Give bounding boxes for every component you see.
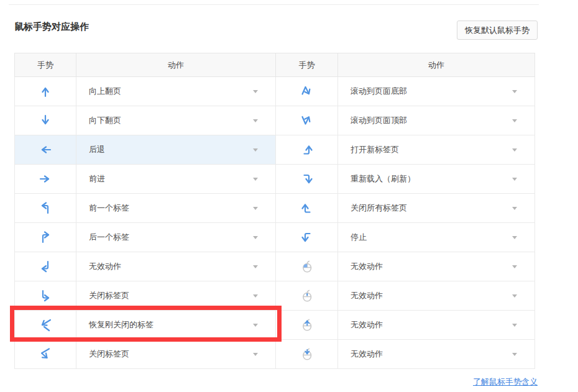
action-select[interactable]: 关闭所有标签页 — [338, 194, 535, 223]
table-row: 向下翻页滚动到页面顶部 — [15, 106, 535, 135]
action-label: 无效动作 — [351, 349, 383, 358]
arrow-up-icon — [38, 84, 53, 99]
dropdown-caret-icon — [253, 294, 258, 298]
action-select[interactable]: 无效动作 — [76, 252, 276, 281]
header-gesture-right: 手势 — [276, 53, 338, 77]
dropdown-caret-icon — [253, 90, 258, 93]
dropdown-caret-icon — [512, 90, 517, 93]
mouse-left-button-icon — [300, 259, 314, 274]
table-row: 前进重新载入（刷新） — [15, 165, 535, 194]
dropdown-caret-icon — [253, 148, 258, 152]
action-select[interactable]: 恢复刚关闭的标签 — [76, 311, 276, 340]
action-select[interactable]: 向上翻页 — [76, 77, 276, 106]
table-row: 关闭标签页无效动作 — [15, 281, 535, 311]
gesture-cell — [15, 77, 76, 106]
table-row: 恢复刚关闭的标签无效动作 — [15, 311, 535, 340]
down-right-icon — [38, 288, 53, 303]
gesture-cell — [276, 281, 338, 311]
top-divider — [9, 4, 539, 5]
right-down-icon — [300, 171, 314, 186]
table-row: 后退打开新标签页 — [15, 135, 535, 165]
up-left-icon — [38, 201, 53, 216]
dropdown-caret-icon — [253, 178, 258, 181]
gesture-cell — [276, 311, 338, 340]
down-left-icon — [38, 259, 53, 274]
action-label: 滚动到页面顶部 — [351, 116, 407, 125]
action-label: 恢复刚关闭的标签 — [89, 320, 154, 329]
dropdown-caret-icon — [512, 119, 517, 122]
gesture-cell — [15, 194, 76, 223]
table-row: 向上翻页滚动到页面底部 — [15, 77, 535, 106]
gesture-cell — [15, 252, 76, 281]
gesture-cell — [15, 165, 76, 194]
page-title: 鼠标手势对应操作 — [14, 21, 89, 33]
action-select[interactable]: 重新载入（刷新） — [338, 165, 535, 194]
dropdown-caret-icon — [512, 236, 517, 239]
dropdown-caret-icon — [512, 324, 517, 327]
dropdown-caret-icon — [512, 353, 517, 356]
action-select[interactable]: 后一个标签 — [76, 223, 276, 252]
action-select[interactable]: 打开新标签页 — [338, 135, 535, 165]
gesture-cell — [276, 77, 338, 106]
gesture-cell — [276, 106, 338, 135]
action-label: 后一个标签 — [89, 232, 129, 242]
action-select[interactable]: 无效动作 — [338, 281, 535, 311]
dropdown-caret-icon — [253, 324, 258, 327]
mouse-scroll-up-icon — [300, 317, 314, 332]
arrow-right-icon — [38, 171, 53, 186]
gesture-help-link[interactable]: 了解鼠标手势含义 — [473, 376, 538, 388]
action-label: 无效动作 — [351, 320, 383, 329]
table-row: 关闭标签页无效动作 — [15, 340, 535, 369]
action-label: 无效动作 — [89, 262, 121, 271]
gesture-cell — [276, 252, 338, 281]
gesture-cell — [15, 281, 76, 311]
action-select[interactable]: 前一个标签 — [76, 194, 276, 223]
gesture-cell — [15, 135, 76, 165]
action-label: 无效动作 — [351, 262, 383, 271]
gesture-cell — [276, 340, 338, 369]
action-select[interactable]: 前进 — [76, 165, 276, 194]
gesture-cell — [15, 223, 76, 252]
action-label: 重新载入（刷新） — [351, 174, 415, 183]
dropdown-caret-icon — [512, 148, 517, 152]
zigzag-back-icon — [38, 317, 53, 332]
action-select[interactable]: 滚动到页面顶部 — [338, 106, 535, 135]
action-select[interactable]: 滚动到页面底部 — [338, 77, 535, 106]
reset-default-gestures-button[interactable]: 恢复默认鼠标手势 — [457, 21, 538, 40]
zigzag-close-icon — [38, 347, 53, 362]
left-down-icon — [300, 230, 314, 245]
action-select[interactable]: 关闭标签页 — [76, 281, 276, 311]
dropdown-caret-icon — [512, 265, 517, 268]
table-row: 后一个标签停止 — [15, 223, 535, 252]
action-select[interactable]: 无效动作 — [338, 252, 535, 281]
mouse-middle-wheel-icon — [300, 288, 314, 303]
table-row: 前一个标签关闭所有标签页 — [15, 194, 535, 223]
action-label: 滚动到页面底部 — [351, 86, 407, 96]
header-action-left: 动作 — [76, 53, 276, 77]
action-select[interactable]: 关闭标签页 — [76, 340, 276, 369]
action-select[interactable]: 无效动作 — [338, 311, 535, 340]
dropdown-caret-icon — [512, 207, 517, 210]
gesture-cell — [15, 311, 76, 340]
right-up-icon — [300, 142, 314, 157]
dropdown-caret-icon — [512, 178, 517, 181]
action-label: 关闭标签页 — [89, 349, 129, 358]
action-select[interactable]: 向下翻页 — [76, 106, 276, 135]
gesture-table: 手势 动作 手势 动作 向上翻页滚动到页面底部向下翻页滚动到页面顶部后退打开新标… — [14, 53, 535, 369]
gesture-cell — [276, 223, 338, 252]
action-select[interactable]: 后退 — [76, 135, 276, 165]
action-select[interactable]: 停止 — [338, 223, 535, 252]
gesture-cell — [276, 165, 338, 194]
gesture-cell — [15, 340, 76, 369]
dropdown-caret-icon — [253, 236, 258, 239]
gesture-cell — [15, 106, 76, 135]
action-label: 向上翻页 — [89, 86, 121, 96]
action-label: 打开新标签页 — [351, 145, 399, 154]
action-select[interactable]: 无效动作 — [338, 340, 535, 369]
down-up-icon — [300, 113, 314, 128]
action-label: 后退 — [89, 145, 105, 154]
action-label: 无效动作 — [351, 291, 383, 300]
action-label: 关闭所有标签页 — [351, 203, 407, 212]
dropdown-caret-icon — [512, 294, 517, 298]
up-right-icon — [38, 230, 53, 245]
